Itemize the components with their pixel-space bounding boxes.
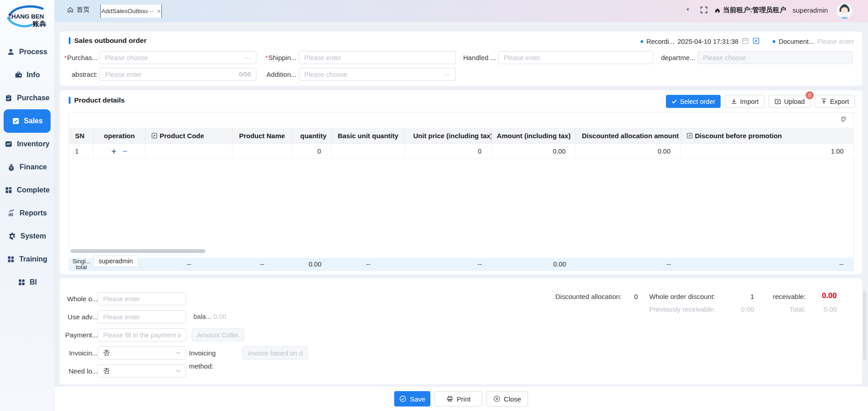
sales-outbound-order-card: Sales outbound order Recordi... 2025-04-… [60, 32, 862, 86]
upload-count-badge: 0 [806, 91, 814, 99]
close-button[interactable]: Close [486, 391, 528, 406]
bullet-icon [641, 40, 643, 43]
calendar-icon[interactable] [741, 37, 749, 47]
column-header-basic-unit-quantity: Basic unit quantity [331, 128, 405, 143]
edit-icon[interactable] [752, 37, 760, 47]
save-button[interactable]: Save [394, 391, 430, 406]
circle-check-icon [399, 395, 406, 402]
logo-text: ZHANG BEN [8, 13, 44, 20]
section-title: Sales outbound order [74, 37, 146, 45]
purchase-order-input[interactable]: Please choose ⋯ [99, 51, 256, 64]
export-button[interactable]: Export [815, 95, 855, 108]
sidebar-item-label: Sales [24, 117, 43, 125]
ellipsis-icon[interactable]: ⋯ [244, 54, 251, 61]
use-advance-label: Use adv... [61, 310, 98, 323]
column-header-product-name: Product Name [232, 128, 292, 143]
select-order-button[interactable]: Select order [666, 95, 721, 108]
abstract-input[interactable]: Please enter 0/50 [99, 68, 256, 81]
sidebar-item-label: Process [19, 48, 47, 56]
home-tab-label: 首页 [76, 5, 90, 14]
ellipsis-icon[interactable]: ⋯ [443, 71, 450, 78]
invoicing-method-input: Invoice based on docume [242, 346, 308, 360]
total-cell: 0.00 [492, 261, 576, 268]
column-header-amount-including-tax: Amount (including tax) [492, 128, 576, 143]
sidebar-item-label: Finance [19, 163, 47, 171]
sidebar-item-system[interactable]: System [0, 224, 54, 248]
need-logistics-label: Need lo... [61, 364, 98, 378]
balance-label: bala... [193, 313, 212, 320]
sidebar-item-purchase[interactable]: Purchase [0, 86, 54, 110]
upload-button[interactable]: Upload 0 [769, 95, 811, 108]
table-header-row: SNoperationProduct CodeProduct Namequant… [69, 128, 854, 144]
total-cell: 0.00 [292, 261, 331, 268]
footer-action-bar: Save Print Close [54, 387, 868, 411]
sidebar-item-process[interactable]: Process [0, 40, 54, 64]
fullscreen-icon[interactable] [700, 6, 708, 16]
wallet-icon [14, 71, 23, 79]
sidebar: ZHANG BEN 账犇 ProcessInfoPurchaseSalesInv… [0, 0, 55, 411]
shipping-label: *Shippin... [251, 51, 297, 64]
chevron-down-icon[interactable]: ▼ [686, 7, 690, 12]
vertical-scrollbar[interactable] [863, 291, 866, 360]
avatar[interactable] [835, 2, 854, 22]
import-button[interactable]: Import [725, 95, 764, 108]
section-bar [69, 97, 71, 104]
invoicing-method-label: Invoicing method: [189, 346, 240, 360]
printer-icon [446, 395, 453, 402]
document-number-input[interactable]: Please enter [817, 38, 854, 45]
close-icon[interactable]: × [157, 8, 161, 14]
table-row: 1+−000.000.001.00 [69, 144, 854, 159]
payment-input[interactable]: Please fill in the payment information [98, 328, 186, 341]
add-row-button[interactable]: + [111, 147, 116, 155]
tab-add-sales-outbound[interactable]: AddSalesOutbou··· × [100, 5, 162, 18]
table-cell: 1.00 [681, 144, 854, 159]
char-counter: 0/50 [239, 71, 251, 78]
handled-by-label: Handled ... [451, 51, 496, 64]
shipping-input[interactable]: Please enter [299, 51, 456, 64]
sidebar-item-sales[interactable]: Sales [4, 109, 51, 133]
table-cell [146, 144, 232, 159]
order-meta: Recordi... 2025-04-10 17:31:38 Document.… [641, 37, 854, 46]
department-input: Please choose [698, 51, 853, 64]
person-icon [7, 48, 15, 56]
chevron-down-icon [176, 351, 181, 355]
table-cell: +− [94, 144, 146, 159]
table-total-row: Singl...total------0.00----0.00---- [69, 258, 854, 271]
table-cell: 0.00 [492, 144, 576, 159]
use-advance-input[interactable]: Please enter [98, 310, 186, 323]
additional-input[interactable]: Please choose ⋯ [299, 68, 456, 81]
editable-column-icon [151, 133, 157, 139]
tab-home[interactable]: 首页 [67, 5, 90, 14]
handled-by-input[interactable]: Please enter [498, 51, 653, 64]
tenant-label: 当前租户:管理员租户 [723, 6, 786, 14]
whole-order-discount-label: Whole order discount: [625, 293, 715, 301]
table-cell: 1 [69, 144, 94, 159]
invoicing-select[interactable]: 否 [98, 346, 186, 360]
need-logistics-select[interactable]: 否 [98, 364, 186, 378]
grid-dots-icon [7, 255, 15, 263]
sidebar-item-bi[interactable]: BI [0, 271, 54, 294]
sidebar-item-label: Info [27, 71, 40, 79]
print-button[interactable]: Print [434, 391, 482, 406]
total-cell: -- [232, 261, 292, 268]
sidebar-item-complete[interactable]: Complete [0, 178, 54, 202]
section-bar [69, 37, 71, 44]
sidebar-item-reports[interactable]: Reports [0, 201, 54, 225]
tenant-info[interactable]: 当前租户:管理员租户 [714, 6, 786, 14]
sidebar-item-inventory[interactable]: Inventory [0, 132, 54, 156]
receivable-value: 0.00 [792, 292, 837, 300]
invoicing-label: Invoicin... [61, 346, 98, 360]
username[interactable]: superadmin [793, 6, 828, 14]
horizontal-scrollbar[interactable] [71, 249, 205, 253]
column-header-quantity: quantity [292, 128, 331, 143]
whole-order-input[interactable]: Please enter [98, 292, 186, 305]
sidebar-item-info[interactable]: Info [0, 63, 54, 87]
table-empty-area [69, 159, 854, 258]
sidebar-item-training[interactable]: Training [0, 248, 54, 271]
table-settings-gear-icon[interactable] [840, 116, 847, 125]
sidebar-item-finance[interactable]: Finance [0, 155, 54, 179]
home-icon [67, 6, 74, 13]
check-icon [671, 98, 677, 104]
sidebar-item-label: Training [19, 255, 47, 263]
remove-row-button[interactable]: − [123, 147, 127, 155]
